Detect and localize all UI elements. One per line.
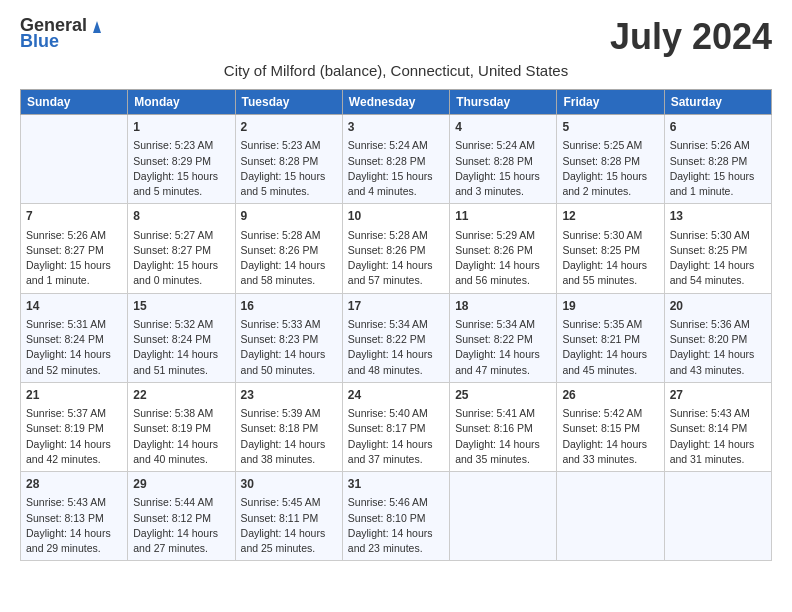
day-info: Sunrise: 5:34 AMSunset: 8:22 PMDaylight:… [348,317,444,378]
calendar-cell: 18Sunrise: 5:34 AMSunset: 8:22 PMDayligh… [450,293,557,382]
calendar-cell: 15Sunrise: 5:32 AMSunset: 8:24 PMDayligh… [128,293,235,382]
day-info: Sunrise: 5:23 AMSunset: 8:28 PMDaylight:… [241,138,337,199]
logo-triangle-icon [88,17,106,35]
day-number: 25 [455,387,551,404]
calendar-cell: 10Sunrise: 5:28 AMSunset: 8:26 PMDayligh… [342,204,449,293]
calendar-cell [21,115,128,204]
calendar-cell: 2Sunrise: 5:23 AMSunset: 8:28 PMDaylight… [235,115,342,204]
header-saturday: Saturday [664,90,771,115]
day-info: Sunrise: 5:23 AMSunset: 8:29 PMDaylight:… [133,138,229,199]
day-number: 13 [670,208,766,225]
day-info: Sunrise: 5:43 AMSunset: 8:14 PMDaylight:… [670,406,766,467]
day-info: Sunrise: 5:43 AMSunset: 8:13 PMDaylight:… [26,495,122,556]
day-info: Sunrise: 5:45 AMSunset: 8:11 PMDaylight:… [241,495,337,556]
calendar-week-row: 7Sunrise: 5:26 AMSunset: 8:27 PMDaylight… [21,204,772,293]
day-number: 12 [562,208,658,225]
calendar-week-row: 21Sunrise: 5:37 AMSunset: 8:19 PMDayligh… [21,382,772,471]
day-number: 31 [348,476,444,493]
day-info: Sunrise: 5:30 AMSunset: 8:25 PMDaylight:… [670,228,766,289]
day-number: 23 [241,387,337,404]
calendar-header-row: SundayMondayTuesdayWednesdayThursdayFrid… [21,90,772,115]
header-monday: Monday [128,90,235,115]
calendar-cell: 17Sunrise: 5:34 AMSunset: 8:22 PMDayligh… [342,293,449,382]
day-number: 24 [348,387,444,404]
day-info: Sunrise: 5:35 AMSunset: 8:21 PMDaylight:… [562,317,658,378]
calendar-cell: 9Sunrise: 5:28 AMSunset: 8:26 PMDaylight… [235,204,342,293]
day-info: Sunrise: 5:31 AMSunset: 8:24 PMDaylight:… [26,317,122,378]
day-info: Sunrise: 5:29 AMSunset: 8:26 PMDaylight:… [455,228,551,289]
day-info: Sunrise: 5:44 AMSunset: 8:12 PMDaylight:… [133,495,229,556]
day-number: 29 [133,476,229,493]
day-info: Sunrise: 5:39 AMSunset: 8:18 PMDaylight:… [241,406,337,467]
day-number: 27 [670,387,766,404]
day-number: 21 [26,387,122,404]
calendar-cell [664,472,771,561]
day-number: 8 [133,208,229,225]
day-number: 7 [26,208,122,225]
day-number: 9 [241,208,337,225]
day-number: 17 [348,298,444,315]
calendar-cell: 31Sunrise: 5:46 AMSunset: 8:10 PMDayligh… [342,472,449,561]
day-info: Sunrise: 5:26 AMSunset: 8:27 PMDaylight:… [26,228,122,289]
logo: General Blue [20,16,107,52]
page-header: General Blue July 2024 [20,16,772,58]
calendar-table: SundayMondayTuesdayWednesdayThursdayFrid… [20,89,772,561]
calendar-cell: 12Sunrise: 5:30 AMSunset: 8:25 PMDayligh… [557,204,664,293]
day-info: Sunrise: 5:34 AMSunset: 8:22 PMDaylight:… [455,317,551,378]
day-info: Sunrise: 5:37 AMSunset: 8:19 PMDaylight:… [26,406,122,467]
day-info: Sunrise: 5:42 AMSunset: 8:15 PMDaylight:… [562,406,658,467]
calendar-cell: 16Sunrise: 5:33 AMSunset: 8:23 PMDayligh… [235,293,342,382]
calendar-cell: 14Sunrise: 5:31 AMSunset: 8:24 PMDayligh… [21,293,128,382]
header-friday: Friday [557,90,664,115]
day-number: 11 [455,208,551,225]
calendar-cell [450,472,557,561]
day-info: Sunrise: 5:25 AMSunset: 8:28 PMDaylight:… [562,138,658,199]
day-number: 28 [26,476,122,493]
calendar-cell: 24Sunrise: 5:40 AMSunset: 8:17 PMDayligh… [342,382,449,471]
calendar-cell: 11Sunrise: 5:29 AMSunset: 8:26 PMDayligh… [450,204,557,293]
day-number: 14 [26,298,122,315]
calendar-cell: 28Sunrise: 5:43 AMSunset: 8:13 PMDayligh… [21,472,128,561]
day-info: Sunrise: 5:24 AMSunset: 8:28 PMDaylight:… [455,138,551,199]
day-info: Sunrise: 5:24 AMSunset: 8:28 PMDaylight:… [348,138,444,199]
header-thursday: Thursday [450,90,557,115]
calendar-cell: 6Sunrise: 5:26 AMSunset: 8:28 PMDaylight… [664,115,771,204]
header-sunday: Sunday [21,90,128,115]
calendar-week-row: 28Sunrise: 5:43 AMSunset: 8:13 PMDayligh… [21,472,772,561]
day-number: 5 [562,119,658,136]
day-info: Sunrise: 5:40 AMSunset: 8:17 PMDaylight:… [348,406,444,467]
calendar-cell: 20Sunrise: 5:36 AMSunset: 8:20 PMDayligh… [664,293,771,382]
calendar-cell: 23Sunrise: 5:39 AMSunset: 8:18 PMDayligh… [235,382,342,471]
calendar-week-row: 14Sunrise: 5:31 AMSunset: 8:24 PMDayligh… [21,293,772,382]
day-number: 4 [455,119,551,136]
day-info: Sunrise: 5:33 AMSunset: 8:23 PMDaylight:… [241,317,337,378]
page-subtitle: City of Milford (balance), Connecticut, … [20,62,772,79]
calendar-cell: 13Sunrise: 5:30 AMSunset: 8:25 PMDayligh… [664,204,771,293]
calendar-cell: 27Sunrise: 5:43 AMSunset: 8:14 PMDayligh… [664,382,771,471]
day-number: 18 [455,298,551,315]
day-number: 20 [670,298,766,315]
day-number: 30 [241,476,337,493]
calendar-cell: 26Sunrise: 5:42 AMSunset: 8:15 PMDayligh… [557,382,664,471]
day-number: 22 [133,387,229,404]
day-info: Sunrise: 5:36 AMSunset: 8:20 PMDaylight:… [670,317,766,378]
calendar-cell: 29Sunrise: 5:44 AMSunset: 8:12 PMDayligh… [128,472,235,561]
calendar-cell: 8Sunrise: 5:27 AMSunset: 8:27 PMDaylight… [128,204,235,293]
day-info: Sunrise: 5:32 AMSunset: 8:24 PMDaylight:… [133,317,229,378]
day-number: 10 [348,208,444,225]
calendar-cell: 19Sunrise: 5:35 AMSunset: 8:21 PMDayligh… [557,293,664,382]
day-info: Sunrise: 5:30 AMSunset: 8:25 PMDaylight:… [562,228,658,289]
day-number: 3 [348,119,444,136]
calendar-cell: 3Sunrise: 5:24 AMSunset: 8:28 PMDaylight… [342,115,449,204]
day-info: Sunrise: 5:41 AMSunset: 8:16 PMDaylight:… [455,406,551,467]
day-number: 1 [133,119,229,136]
header-wednesday: Wednesday [342,90,449,115]
day-info: Sunrise: 5:28 AMSunset: 8:26 PMDaylight:… [348,228,444,289]
day-info: Sunrise: 5:27 AMSunset: 8:27 PMDaylight:… [133,228,229,289]
day-info: Sunrise: 5:38 AMSunset: 8:19 PMDaylight:… [133,406,229,467]
calendar-cell: 25Sunrise: 5:41 AMSunset: 8:16 PMDayligh… [450,382,557,471]
svg-marker-0 [93,21,101,33]
calendar-week-row: 1Sunrise: 5:23 AMSunset: 8:29 PMDaylight… [21,115,772,204]
header-tuesday: Tuesday [235,90,342,115]
day-number: 19 [562,298,658,315]
